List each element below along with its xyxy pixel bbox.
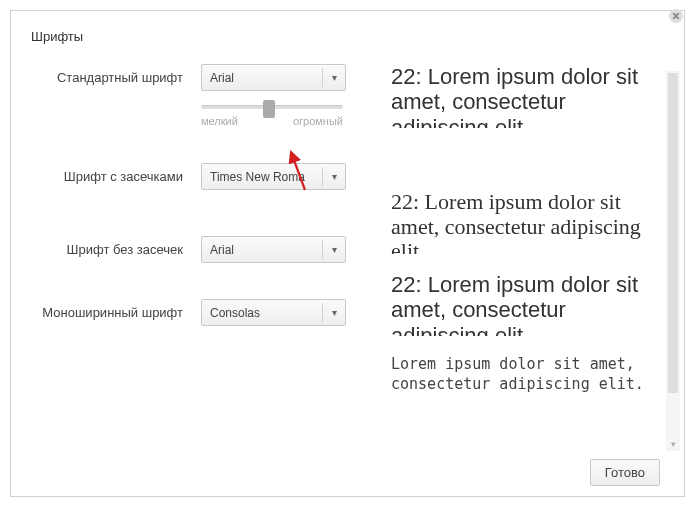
row-sans-font: Шрифт без засечек Arial ▾ [31,236,391,263]
select-value: Arial [210,243,234,257]
slider-max-label: огромный [293,115,343,127]
select-value: Consolas [210,306,260,320]
chevron-down-icon: ▾ [332,307,337,318]
select-value: Arial [210,71,234,85]
preview-mono: Lorem ipsum dolor sit amet, consectetur … [391,354,672,418]
scrollbar-thumb[interactable] [668,73,678,393]
dialog-footer: Готово [590,459,660,486]
chevron-down-icon[interactable]: ▾ [668,439,678,449]
select-separator [322,240,323,259]
select-standard-font[interactable]: Arial ▾ [201,64,346,91]
select-separator [322,303,323,322]
select-serif-font[interactable]: Times New Roma ▾ [201,163,346,190]
font-size-slider: мелкий огромный [201,105,351,127]
dialog-title: Шрифты [11,11,684,44]
slider-track[interactable] [201,105,343,109]
done-button[interactable]: Готово [590,459,660,486]
label-standard-font: Стандартный шрифт [31,64,201,86]
select-mono-font[interactable]: Consolas ▾ [201,299,346,326]
row-serif-font: Шрифт с засечками Times New Roma ▾ [31,163,391,190]
slider-min-label: мелкий [201,115,238,127]
chevron-down-icon: ▾ [332,171,337,182]
select-value: Times New Roma [210,170,305,184]
scrollbar[interactable]: ▾ [666,71,680,451]
preview-column: 22: Lorem ipsum dolor sit amet, consecte… [391,64,680,444]
label-mono-font: Моноширинный шрифт [31,299,201,321]
fonts-dialog: Шрифты Стандартный шрифт Arial ▾ [10,10,685,497]
label-sans-font: Шрифт без засечек [31,236,201,258]
select-separator [322,68,323,87]
row-standard-font: Стандартный шрифт Arial ▾ мелкий огромн [31,64,391,127]
close-icon[interactable] [667,7,685,25]
preview-serif: 22: Lorem ipsum dolor sit amet, consecte… [391,190,672,254]
select-separator [322,167,323,186]
chevron-down-icon: ▾ [332,244,337,255]
row-mono-font: Моноширинный шрифт Consolas ▾ [31,299,391,326]
select-sans-font[interactable]: Arial ▾ [201,236,346,263]
chevron-down-icon: ▾ [332,72,337,83]
control-standard-font: Arial ▾ мелкий огромный [201,64,351,127]
preview-sans: 22: Lorem ipsum dolor sit amet, consecte… [391,272,672,336]
settings-column: Стандартный шрифт Arial ▾ мелкий огромн [11,64,391,444]
dialog-content: Стандартный шрифт Arial ▾ мелкий огромн [11,44,684,444]
preview-standard: 22: Lorem ipsum dolor sit amet, consecte… [391,64,672,128]
label-serif-font: Шрифт с засечками [31,163,201,185]
slider-thumb[interactable] [263,100,275,118]
